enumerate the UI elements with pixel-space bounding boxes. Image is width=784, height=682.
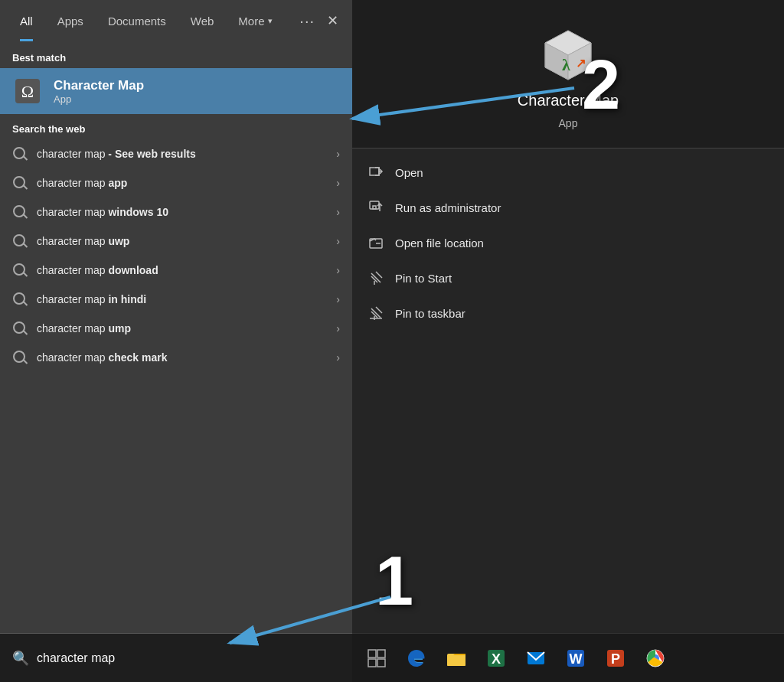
svg-text:λ: λ (562, 55, 570, 74)
file-location-icon (368, 234, 384, 251)
action-open-label: Open (395, 166, 423, 179)
svg-rect-29 (447, 655, 466, 666)
open-icon (368, 164, 384, 181)
svg-text:Ω: Ω (21, 82, 34, 101)
search-item-6[interactable]: character map ump › (0, 314, 352, 343)
tabs-bar: All Apps Documents Web More ▾ ··· ✕ (0, 0, 352, 41)
results-area: Best match Ω Character Map App Search th… (0, 41, 352, 633)
search-icon-7 (12, 350, 28, 365)
search-panel: All Apps Documents Web More ▾ ··· ✕ Best… (0, 0, 352, 682)
more-options-button[interactable]: ··· (293, 6, 321, 36)
right-panel: λ ↗ Character Map App Open (352, 0, 784, 633)
search-input[interactable] (37, 651, 340, 665)
chevron-right-icon-4: › (336, 264, 340, 276)
app-detail-icon: λ ↗ (537, 23, 599, 84)
run-admin-icon (368, 199, 384, 216)
chevron-right-icon-5: › (336, 293, 340, 305)
best-match-type: App (54, 93, 144, 105)
tab-more[interactable]: More ▾ (226, 0, 284, 41)
app-actions: Open Run as administrator (352, 148, 784, 337)
chevron-right-icon-6: › (336, 322, 340, 334)
svg-line-21 (376, 307, 382, 313)
powerpoint-button[interactable]: P (597, 640, 634, 677)
search-item-3[interactable]: character map uwp › (0, 227, 352, 256)
svg-text:X: X (492, 651, 501, 667)
search-item-4[interactable]: character map download › (0, 256, 352, 285)
chevron-right-icon-2: › (336, 206, 340, 218)
svg-rect-25 (377, 650, 385, 658)
svg-rect-11 (373, 206, 376, 209)
svg-text:P: P (611, 651, 620, 667)
chevron-right-icon-0: › (336, 148, 340, 160)
search-item-1[interactable]: character map app › (0, 168, 352, 197)
best-match-item[interactable]: Ω Character Map App (0, 68, 352, 114)
close-button[interactable]: ✕ (321, 6, 345, 35)
svg-rect-26 (368, 659, 376, 667)
search-item-text-6: character map ump (37, 322, 327, 334)
app-detail-type: App (559, 117, 578, 129)
search-icon-4 (12, 263, 28, 278)
svg-rect-27 (377, 659, 385, 667)
search-icon-6 (12, 321, 28, 336)
action-pin-start[interactable]: Pin to Start (352, 260, 784, 295)
best-match-label: Best match (0, 41, 352, 68)
svg-line-17 (376, 272, 382, 278)
task-view-button[interactable] (358, 640, 395, 677)
chrome-button[interactable] (637, 640, 674, 677)
tab-apps[interactable]: Apps (45, 0, 96, 41)
chevron-right-icon-3: › (336, 235, 340, 247)
word-button[interactable]: W (557, 640, 594, 677)
action-pin-taskbar[interactable]: Pin to taskbar (352, 295, 784, 331)
chevron-down-icon: ▾ (268, 16, 273, 26)
svg-rect-8 (370, 168, 379, 175)
web-section-label: Search the web (0, 114, 352, 139)
search-item-text-1: character map app (37, 177, 327, 189)
search-icon-2 (12, 204, 28, 220)
search-item-text-3: character map uwp (37, 235, 327, 247)
search-box-icon: 🔍 (12, 650, 29, 667)
svg-text:↗: ↗ (576, 57, 586, 70)
tab-all[interactable]: All (8, 0, 45, 41)
taskbar: X W P (352, 633, 784, 682)
svg-text:W: W (570, 651, 583, 667)
tab-web[interactable]: Web (178, 0, 227, 41)
excel-button[interactable]: X (478, 640, 514, 677)
app-detail-name: Character Map (518, 92, 619, 109)
mail-button[interactable] (518, 640, 554, 677)
action-pin-taskbar-label: Pin to taskbar (395, 307, 466, 320)
search-item-text-7: character map check mark (37, 351, 327, 364)
best-match-name: Character Map (54, 78, 144, 93)
chevron-right-icon-1: › (336, 177, 340, 189)
search-icon-1 (12, 175, 28, 191)
tab-documents[interactable]: Documents (96, 0, 178, 41)
search-icon-5 (12, 292, 28, 307)
chevron-right-icon-7: › (336, 351, 340, 364)
search-icon-3 (12, 233, 28, 249)
pin-start-icon (368, 269, 384, 286)
search-item-text-2: character map windows 10 (37, 206, 327, 218)
search-item-5[interactable]: character map in hindi › (0, 285, 352, 314)
search-box: 🔍 (0, 633, 352, 682)
action-run-admin[interactable]: Run as administrator (352, 190, 784, 225)
search-item-0[interactable]: character map - See web results › (0, 139, 352, 168)
svg-rect-24 (368, 650, 376, 658)
app-detail-section: λ ↗ Character Map App (352, 0, 784, 148)
action-pin-start-label: Pin to Start (395, 272, 452, 285)
action-open[interactable]: Open (352, 155, 784, 190)
edge-button[interactable] (398, 640, 435, 677)
pin-taskbar-icon (368, 305, 384, 321)
search-item-text-4: character map download (37, 264, 327, 276)
search-item-7[interactable]: character map check mark › (0, 343, 352, 372)
search-icon-0 (12, 146, 28, 162)
action-run-admin-label: Run as administrator (395, 201, 501, 214)
app-icon: Ω (12, 76, 43, 106)
file-explorer-button[interactable] (438, 640, 475, 677)
search-item-text-0: character map - See web results (37, 148, 327, 160)
search-item-2[interactable]: character map windows 10 › (0, 197, 352, 227)
action-file-location-label: Open file location (395, 237, 484, 250)
search-item-text-5: character map in hindi (37, 293, 327, 305)
action-open-file-location[interactable]: Open file location (352, 225, 784, 260)
